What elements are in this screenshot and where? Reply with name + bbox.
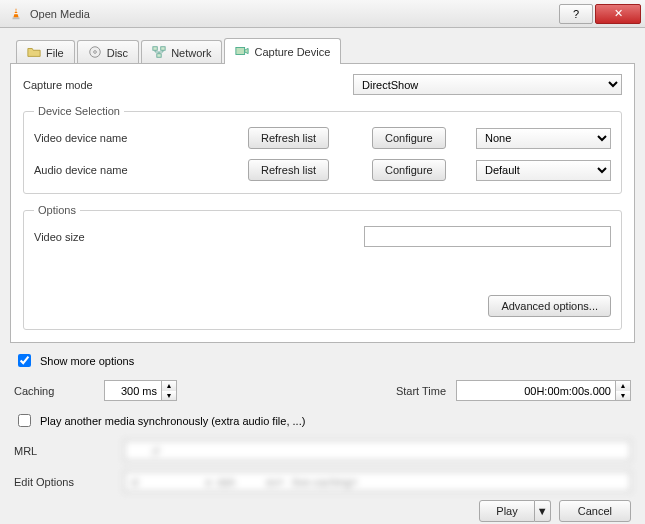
tab-disc[interactable]: Disc — [77, 40, 139, 64]
svg-rect-6 — [153, 46, 157, 50]
play-synchronously-label: Play another media synchronously (extra … — [40, 415, 305, 427]
play-dropdown-button[interactable]: ▼ — [535, 500, 551, 522]
play-split-button[interactable]: Play ▼ — [479, 500, 550, 522]
audio-refresh-button[interactable]: Refresh list — [248, 159, 329, 181]
options-group: Options Video size Advanced options... — [23, 204, 622, 330]
chevron-down-icon: ▼ — [537, 505, 548, 517]
tab-capture-label: Capture Device — [254, 46, 330, 58]
caching-input[interactable] — [104, 380, 162, 401]
more-options-area: Show more options Caching ▲▼ Start Time … — [10, 343, 635, 492]
audio-device-select[interactable]: Default — [476, 160, 611, 181]
edit-options-input[interactable] — [124, 471, 631, 492]
audio-configure-button[interactable]: Configure — [372, 159, 446, 181]
capture-panel: Capture mode DirectShow Device Selection… — [10, 63, 635, 343]
video-device-select[interactable]: None — [476, 128, 611, 149]
play-button[interactable]: Play — [479, 500, 534, 522]
svg-point-5 — [93, 50, 96, 53]
mrl-input[interactable] — [124, 440, 631, 461]
advanced-options-button[interactable]: Advanced options... — [488, 295, 611, 317]
video-size-input[interactable] — [364, 226, 611, 247]
start-time-spinner[interactable]: ▲▼ — [456, 380, 631, 401]
svg-rect-7 — [161, 46, 165, 50]
play-synchronously-input[interactable] — [18, 414, 31, 427]
help-button[interactable]: ? — [559, 4, 593, 24]
window-title: Open Media — [30, 8, 557, 20]
options-legend: Options — [34, 204, 80, 216]
disc-icon — [88, 45, 102, 61]
audio-device-label: Audio device name — [34, 164, 234, 176]
video-refresh-button[interactable]: Refresh list — [248, 127, 329, 149]
tab-file[interactable]: File — [16, 40, 75, 64]
tab-capture-device[interactable]: Capture Device — [224, 38, 341, 64]
play-synchronously-checkbox[interactable]: Play another media synchronously (extra … — [14, 411, 631, 430]
cancel-button[interactable]: Cancel — [559, 500, 631, 522]
caching-label: Caching — [14, 385, 94, 397]
start-time-input[interactable] — [456, 380, 616, 401]
caching-spinner[interactable]: ▲▼ — [104, 380, 177, 401]
close-button[interactable]: ✕ — [595, 4, 641, 24]
spinner-arrows-icon[interactable]: ▲▼ — [162, 380, 177, 401]
svg-marker-0 — [13, 7, 18, 17]
edit-options-label: Edit Options — [14, 476, 114, 488]
tab-network-label: Network — [171, 47, 211, 59]
tab-bar: File Disc Network Capture Device — [10, 38, 635, 64]
show-more-options-input[interactable] — [18, 354, 31, 367]
svg-rect-3 — [14, 13, 18, 14]
svg-rect-2 — [14, 10, 17, 11]
video-size-label: Video size — [34, 231, 354, 243]
video-configure-button[interactable]: Configure — [372, 127, 446, 149]
tab-network[interactable]: Network — [141, 40, 222, 64]
folder-icon — [27, 45, 41, 61]
start-time-label: Start Time — [396, 385, 446, 397]
show-more-options-checkbox[interactable]: Show more options — [14, 351, 631, 370]
video-device-label: Video device name — [34, 132, 234, 144]
svg-rect-8 — [157, 53, 161, 57]
svg-rect-9 — [236, 47, 245, 54]
vlc-cone-icon — [8, 6, 24, 22]
device-selection-legend: Device Selection — [34, 105, 124, 117]
spinner-arrows-icon[interactable]: ▲▼ — [616, 380, 631, 401]
device-selection-group: Device Selection Video device name Refre… — [23, 105, 622, 194]
tab-disc-label: Disc — [107, 47, 128, 59]
capture-mode-label: Capture mode — [23, 79, 343, 91]
mrl-label: MRL — [14, 445, 114, 457]
dialog-body: File Disc Network Capture Device Capture… — [0, 28, 645, 524]
svg-rect-1 — [13, 17, 20, 19]
network-icon — [152, 45, 166, 61]
dialog-footer: Play ▼ Cancel — [10, 492, 635, 522]
show-more-options-label: Show more options — [40, 355, 134, 367]
capture-mode-select[interactable]: DirectShow — [353, 74, 622, 95]
tab-file-label: File — [46, 47, 64, 59]
title-bar: Open Media ? ✕ — [0, 0, 645, 28]
capture-icon — [235, 44, 249, 60]
